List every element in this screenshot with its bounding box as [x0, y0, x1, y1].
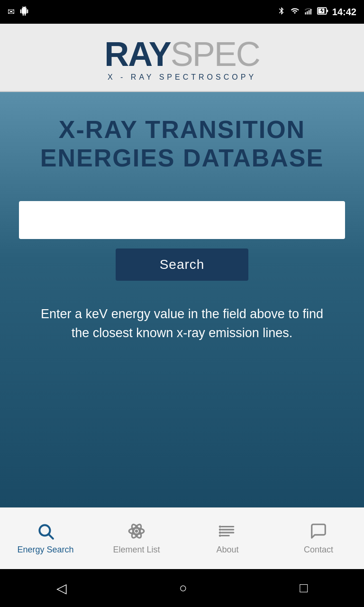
android-recent-button[interactable]: □: [300, 580, 308, 596]
app-header: RAY SPEC X - RAY SPECTROSCOPY: [0, 24, 364, 92]
mail-icon: ✉: [8, 7, 15, 17]
energy-search-input[interactable]: [19, 201, 345, 239]
svg-point-20: [219, 534, 221, 537]
nav-label-element-list: Element List: [113, 545, 160, 555]
svg-rect-0: [305, 12, 306, 15]
svg-rect-1: [307, 11, 308, 14]
svg-point-18: [219, 528, 221, 531]
svg-point-19: [219, 532, 221, 534]
android-icon: [19, 6, 29, 18]
logo-subtitle: X - RAY SPECTROSCOPY: [108, 73, 256, 82]
signal-icon: [304, 7, 313, 18]
svg-rect-2: [309, 10, 309, 14]
database-title: X-RAY TRANSITIONENERGIES DATABASE: [40, 116, 324, 173]
bluetooth-icon: [277, 6, 286, 18]
nav-label-about: About: [216, 545, 238, 555]
main-content: X-RAY TRANSITIONENERGIES DATABASE Search…: [0, 92, 364, 507]
logo-spec: SPEC: [171, 37, 260, 71]
logo: RAY SPEC: [104, 37, 259, 71]
nav-item-energy-search[interactable]: Energy Search: [0, 517, 91, 560]
svg-line-8: [49, 534, 53, 539]
bottom-navigation: Energy Search Element List: [0, 507, 364, 569]
nav-label-contact: Contact: [304, 545, 333, 555]
android-home-button[interactable]: ○: [179, 580, 187, 596]
status-right-icons: 14:42: [277, 6, 356, 18]
svg-rect-3: [310, 9, 311, 14]
wifi-icon: [290, 7, 300, 18]
nav-label-energy-search: Energy Search: [17, 545, 73, 555]
nav-item-element-list[interactable]: Element List: [91, 517, 182, 560]
status-bar: ✉: [0, 0, 364, 24]
battery-icon: [317, 7, 328, 18]
search-button[interactable]: Search: [116, 248, 248, 281]
energy-search-icon: [36, 522, 55, 542]
element-list-icon: [127, 522, 146, 542]
about-icon: [218, 522, 237, 542]
status-left-icons: ✉: [8, 6, 29, 18]
svg-point-12: [135, 530, 138, 533]
contact-icon: [309, 522, 328, 542]
logo-ray: RAY: [104, 37, 170, 71]
nav-item-contact[interactable]: Contact: [273, 517, 364, 560]
svg-rect-6: [327, 9, 328, 12]
nav-item-about[interactable]: About: [182, 517, 273, 560]
description-text: Enter a keV energy value in the field ab…: [30, 304, 334, 343]
status-time: 14:42: [332, 7, 356, 18]
android-back-button[interactable]: ◁: [56, 580, 67, 596]
android-nav-bar: ◁ ○ □: [0, 569, 364, 607]
svg-point-17: [219, 525, 221, 528]
